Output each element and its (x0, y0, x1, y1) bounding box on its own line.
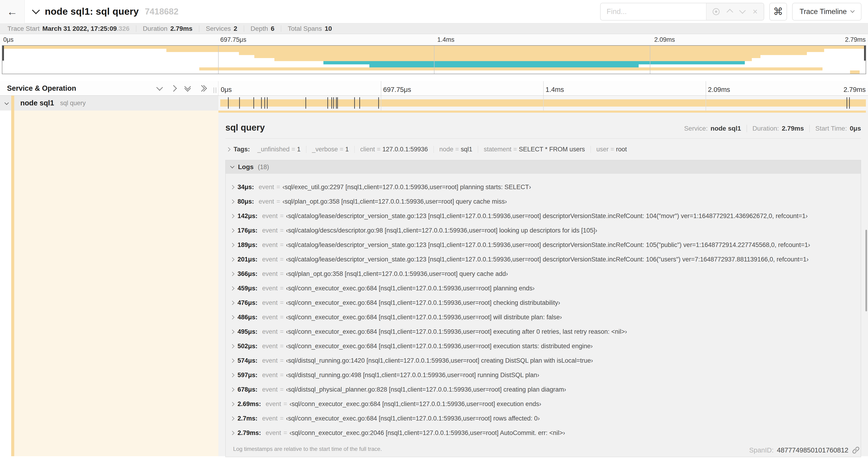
log-expand-icon (230, 431, 234, 435)
find-input[interactable] (600, 3, 706, 20)
span-row[interactable]: node sql1 sql query (0, 96, 868, 110)
span-operation-name: sql query (60, 100, 86, 107)
scrollbar-thumb[interactable] (865, 230, 867, 312)
equals-sign: = (280, 212, 284, 220)
keyboard-shortcuts-button[interactable]: ⌘ (769, 3, 787, 21)
trace-stat: Services2 (199, 25, 244, 32)
log-entry[interactable]: 189μs:event=‹sql/catalog/lease/descripto… (228, 238, 861, 252)
collapse-one-icon[interactable] (157, 87, 162, 90)
minimap-right-scrubber[interactable] (864, 46, 866, 61)
trace-stat-label: Depth (251, 25, 268, 32)
detail-span-bar (218, 110, 866, 113)
log-entry[interactable]: 678μs:event=‹sql/distsql_physical_planne… (228, 382, 861, 397)
log-message: ‹sql/conn_executor_exec.go:684 [nsql1,cl… (286, 285, 534, 292)
equals-sign: = (375, 146, 382, 153)
tag-key: user (596, 146, 609, 153)
log-field-name: event (262, 371, 278, 379)
detail-meta-label: Service: (684, 125, 708, 132)
locate-icon[interactable] (713, 8, 720, 15)
collapse-trace-icon[interactable] (33, 9, 39, 14)
log-field-name: event (266, 400, 281, 408)
log-entry[interactable]: 476μs:event=‹sql/conn_executor_exec.go:6… (228, 296, 861, 310)
trace-stat-label: Services (206, 25, 231, 32)
expand-all-icon[interactable] (199, 86, 206, 91)
trace-id: 7418682 (145, 7, 179, 17)
detail-meta-label: Duration: (752, 125, 779, 132)
logs-header[interactable]: Logs (18) (226, 160, 861, 174)
log-entry[interactable]: 486μs:event=‹sql/conn_executor_exec.go:6… (228, 310, 861, 324)
log-entry[interactable]: 459μs:event=‹sql/conn_executor_exec.go:6… (228, 281, 861, 296)
equals-sign: = (283, 429, 287, 437)
column-resizer-grip[interactable] (214, 88, 216, 93)
detail-left-fill (14, 110, 218, 456)
span-id-row: SpanID: 4877749850101760812 (749, 446, 860, 454)
minimap-span-bar (323, 61, 745, 64)
log-entry[interactable]: 201μs:event=‹sql/catalog/lease/descripto… (228, 252, 861, 267)
log-marker (331, 97, 332, 109)
collapse-all-icon[interactable] (185, 86, 190, 91)
log-expand-icon (230, 257, 234, 261)
span-service-name: node sql1 (20, 99, 54, 107)
expand-one-icon[interactable] (171, 86, 176, 91)
timeline-gridline (543, 81, 544, 95)
log-entry[interactable]: 495μs:event=‹sql/conn_executor_exec.go:6… (228, 324, 861, 339)
span-collapse-icon[interactable] (5, 101, 8, 105)
timeline-gridline (543, 96, 544, 110)
log-message: ‹sql/conn_executor_exec.go:684 [nsql1,cl… (286, 342, 593, 350)
log-marker (239, 97, 240, 109)
ruler-tick-label: 1.4ms (437, 36, 455, 43)
find-next-icon[interactable] (740, 9, 745, 14)
timeline-minimap[interactable] (2, 45, 866, 74)
span-row-label-cell[interactable]: node sql1 sql query (0, 96, 218, 110)
trace-title-group: node sql1: sql query 7418682 (33, 6, 179, 17)
log-message: ‹sql/plan_opt.go:358 [nsql1,client=127.0… (286, 270, 508, 277)
log-timestamp: 574μs: (238, 357, 257, 364)
tags-row[interactable]: Tags: _unfinished=1_verbose=1client=127.… (225, 144, 861, 154)
log-entry[interactable]: 574μs:event=‹sql/distsql_running.go:1420… (228, 353, 861, 368)
detail-meta-value: node sql1 (711, 125, 741, 132)
log-field-name: event (262, 357, 278, 364)
equals-sign: = (280, 285, 284, 292)
view-selector-button[interactable]: Trace Timeline (792, 3, 862, 21)
trace-stat: Total Spans10 (281, 25, 338, 32)
tag-value: SELECT * FROM users (519, 146, 585, 153)
log-entry[interactable]: 2.7ms:event=‹sql/conn_executor_exec.go:6… (228, 411, 861, 426)
equals-sign: = (289, 146, 297, 153)
log-entry[interactable]: 502μs:event=‹sql/conn_executor_exec.go:6… (228, 339, 861, 353)
clear-find-icon[interactable]: × (753, 7, 757, 16)
log-field-name: event (262, 227, 278, 234)
minimap-gap (0, 74, 868, 81)
deep-link-icon[interactable] (852, 446, 860, 454)
detail-span-title: sql query (225, 123, 265, 133)
log-message: ‹sql/distsql_running.go:1420 [nsql1,clie… (286, 357, 593, 364)
tag-item: statement=SELECT * FROM users (478, 146, 590, 153)
detail-meta-label: Start Time: (815, 125, 847, 132)
log-expand-icon (230, 358, 234, 363)
minimap-left-scrubber[interactable] (2, 46, 4, 61)
log-entry[interactable]: 176μs:event=‹sql/catalog/descs/descripto… (228, 223, 861, 238)
span-row-timeline-cell[interactable] (218, 96, 868, 110)
log-timestamp: 142μs: (238, 212, 257, 220)
log-timestamp: 201μs: (238, 256, 257, 263)
log-expand-icon (230, 228, 234, 233)
trace-stat-suffix: .326 (117, 25, 130, 32)
ruler-tick-label: 697.75μs (383, 86, 411, 94)
log-entry[interactable]: 597μs:event=‹sql/distsql_running.go:498 … (228, 368, 861, 382)
equals-sign: = (338, 146, 345, 153)
log-entry[interactable]: 34μs:event=‹sql/exec_util.go:2297 [nsql1… (228, 180, 861, 194)
log-entry[interactable]: 366μs:event=‹sql/plan_opt.go:358 [nsql1,… (228, 267, 861, 281)
minimap-span-bar (199, 67, 823, 70)
equals-sign: = (280, 328, 284, 335)
find-prev-icon[interactable] (727, 8, 732, 15)
detail-meta-item: Duration:2.79ms (747, 125, 810, 132)
log-message: ‹sql/conn_executor_exec.go:684 [nsql1,cl… (289, 400, 541, 408)
log-message: ‹sql/conn_executor_exec.go:684 [nsql1,cl… (286, 299, 560, 306)
trace-stat: Duration2.79ms (136, 25, 199, 32)
log-message: ‹sql/conn_executor_exec.go:684 [nsql1,cl… (286, 415, 540, 422)
log-entry[interactable]: 80μs:event=‹sql/plan_opt.go:358 [nsql1,c… (228, 194, 861, 209)
log-entry[interactable]: 2.69ms:event=‹sql/conn_executor_exec.go:… (228, 397, 861, 411)
tag-value: 1 (345, 146, 349, 153)
back-button[interactable]: ← (0, 0, 25, 23)
log-entry[interactable]: 142μs:event=‹sql/catalog/lease/descripto… (228, 209, 861, 223)
log-entry[interactable]: 2.79ms:event=‹sql/conn_executor_exec.go:… (228, 426, 861, 440)
